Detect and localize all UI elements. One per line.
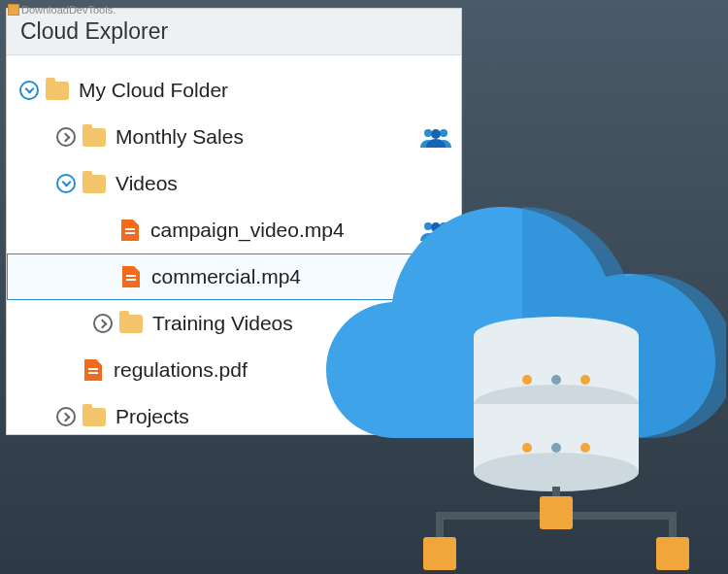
svg-rect-21 (423, 537, 456, 570)
watermark-icon (8, 4, 19, 16)
tree-item-my-cloud-folder[interactable]: My Cloud Folder (7, 67, 461, 114)
svg-point-18 (551, 443, 561, 453)
watermark: DownloadDevTools. (8, 4, 116, 16)
tree-item-monthly-sales[interactable]: Monthly Sales (7, 114, 461, 160)
svg-point-15 (551, 375, 561, 385)
svg-point-1 (440, 129, 447, 137)
chevron-right-icon[interactable] (53, 404, 79, 429)
shared-icon (420, 126, 451, 148)
svg-point-16 (580, 375, 590, 385)
folder-icon (83, 175, 106, 193)
chevron-down-icon[interactable] (53, 171, 79, 196)
folder-icon (119, 315, 143, 333)
folder-icon (46, 82, 69, 100)
file-icon (121, 219, 139, 241)
chevron-right-icon[interactable] (90, 311, 116, 336)
file-icon (84, 359, 102, 381)
svg-point-0 (424, 129, 432, 137)
panel-title: Cloud Explorer (7, 9, 461, 55)
file-icon (122, 266, 140, 287)
folder-icon (83, 408, 106, 426)
svg-rect-22 (656, 537, 689, 570)
svg-point-19 (580, 443, 590, 453)
chevron-right-icon[interactable] (53, 124, 79, 150)
svg-point-14 (522, 375, 532, 385)
tree-item-label: Monthly Sales (116, 125, 420, 149)
svg-point-13 (474, 453, 639, 491)
watermark-text: DownloadDevTools. (21, 4, 116, 16)
svg-point-2 (431, 129, 441, 139)
chevron-down-icon[interactable] (17, 78, 42, 103)
folder-icon (83, 128, 106, 147)
tree-item-label: My Cloud Folder (79, 79, 453, 102)
svg-rect-20 (540, 496, 573, 529)
svg-point-17 (522, 443, 532, 453)
cloud-database-illustration (318, 176, 726, 574)
